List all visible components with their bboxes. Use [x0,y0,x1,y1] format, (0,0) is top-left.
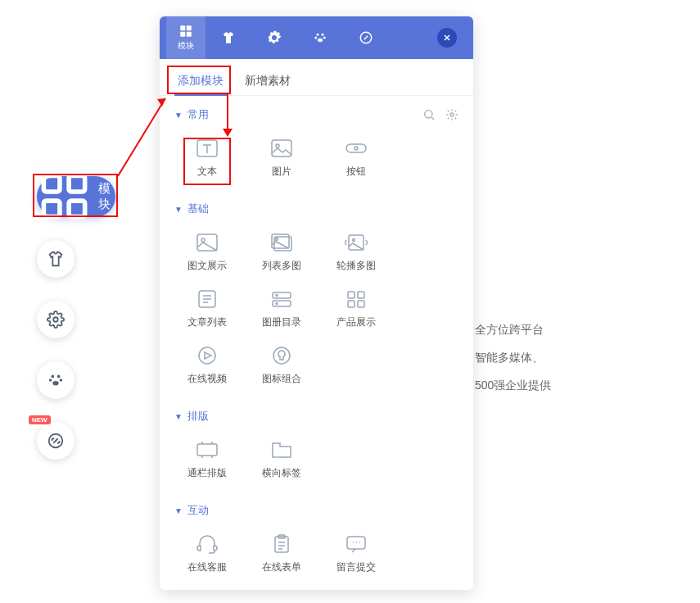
settings-button[interactable] [37,301,75,338]
module-message-submit[interactable]: 留言提交 [321,529,391,578]
module-article-list[interactable]: 文章列表 [172,284,242,333]
module-label: 横向标签 [262,466,301,480]
svg-rect-25 [346,144,366,152]
clipboard-icon [270,534,293,554]
svg-rect-10 [180,25,185,30]
product-grid-icon [345,289,368,309]
module-label: 在线表单 [262,560,301,574]
caret-down-icon: ▼ [174,506,183,515]
module-online-video[interactable]: 在线视频 [172,341,242,389]
top-toolbar: 模块 [160,16,473,59]
svg-point-37 [276,295,278,297]
carousel-icon [345,233,368,252]
module-icon-combination[interactable]: 图标组合 [246,341,316,389]
svg-point-17 [323,37,326,39]
section-header[interactable]: ▼ 互动 [172,492,461,523]
svg-rect-39 [348,292,355,298]
svg-point-18 [318,39,323,43]
section-header[interactable]: ▼ 基础 [172,190,461,221]
image-text-icon [196,233,219,252]
shirt-button[interactable] [37,240,75,278]
module-label: 在线客服 [187,560,227,574]
toolbar-tab-paw[interactable] [297,30,343,45]
svg-point-5 [57,375,61,379]
svg-rect-27 [197,234,217,251]
module-label: 留言提交 [336,560,376,574]
paw-icon [47,371,65,389]
module-button[interactable]: 模块 [37,176,115,217]
section-title: 排版 [187,409,458,424]
toolbar-tab-module[interactable]: 模块 [166,16,205,59]
paw-icon [313,30,327,45]
module-label: 图文展示 [187,259,227,273]
module-label: 产品展示 [336,315,376,329]
shirt-icon [221,30,236,45]
svg-point-20 [425,111,432,118]
section-header[interactable]: ▼ 常用 [172,96,461,127]
svg-point-38 [276,303,278,305]
module-carousel[interactable]: 轮播多图 [321,228,391,276]
tab-add-module[interactable]: 添加模块 [174,67,227,95]
gear-icon [47,311,65,329]
module-graphic-display[interactable]: 图文展示 [172,228,242,276]
svg-point-6 [49,379,52,382]
tab-add-material[interactable]: 新增素材 [242,67,294,95]
module-product-display[interactable]: 产品展示 [321,284,391,333]
caret-down-icon: ▼ [174,412,183,421]
button-icon [345,138,368,158]
module-site-search[interactable]: 全站搜索 [172,586,242,590]
svg-point-8 [52,381,58,386]
secondary-tabs: 添加模块 新增素材 [160,59,473,96]
section-title: 互动 [187,503,458,518]
module-grid: 通栏排版 横向标签 [172,428,461,492]
svg-point-7 [60,379,63,382]
module-customer-service[interactable]: 在线客服 [172,529,242,578]
module-label: 图标组合 [262,372,301,386]
caret-down-icon: ▼ [174,205,183,214]
module-button-label: 模块 [98,181,115,212]
section-title: 基础 [187,202,458,216]
module-button[interactable]: 按钮 [321,134,391,182]
video-icon [196,346,219,365]
svg-rect-42 [358,301,364,307]
module-label: 按钮 [346,165,366,179]
module-list-images[interactable]: 列表多图 [246,228,316,276]
headset-icon [196,534,219,554]
svg-point-33 [352,239,355,242]
svg-rect-12 [180,32,185,37]
module-image[interactable]: 图片 [246,134,316,182]
svg-point-28 [201,238,205,242]
paw-button[interactable] [37,361,75,399]
module-label: 图片 [272,165,291,179]
image-icon [270,138,293,158]
section-header[interactable]: ▼ 排版 [172,397,461,428]
link-button[interactable]: NEW [37,422,75,460]
search-icon[interactable] [422,108,436,121]
module-label: 列表多图 [262,259,301,273]
module-panel: 模块 添加模块 新增素材 ▼ 常用 [160,16,473,590]
module-online-form[interactable]: 在线表单 [246,529,316,578]
message-icon [345,534,368,554]
module-fullwidth-layout[interactable]: 通栏排版 [172,435,242,483]
toolbar-tab-link[interactable] [343,30,389,45]
gear-icon[interactable] [445,108,458,121]
module-grid: 图文展示 列表多图 轮播多图 文章列表 图册目录 产品展示 [172,221,461,397]
svg-point-43 [199,347,215,364]
close-button[interactable] [437,28,457,48]
toolbar-tab-settings[interactable] [251,30,297,45]
section-common: ▼ 常用 文本 图片 按钮 [160,96,473,190]
svg-point-4 [52,375,55,379]
caret-down-icon: ▼ [174,111,183,120]
images-stack-icon [270,233,293,252]
text-icon [196,138,219,158]
svg-point-21 [450,113,454,116]
svg-point-16 [314,37,317,39]
module-horizontal-tab[interactable]: 横向标签 [246,435,316,483]
fullwidth-icon [196,440,219,460]
module-album-catalog[interactable]: 图册目录 [246,284,316,333]
module-label: 文本 [197,165,217,179]
module-text[interactable]: 文本 [172,134,242,182]
svg-point-15 [322,34,324,36]
toolbar-tab-shirt[interactable] [205,30,251,45]
svg-rect-46 [275,537,288,552]
